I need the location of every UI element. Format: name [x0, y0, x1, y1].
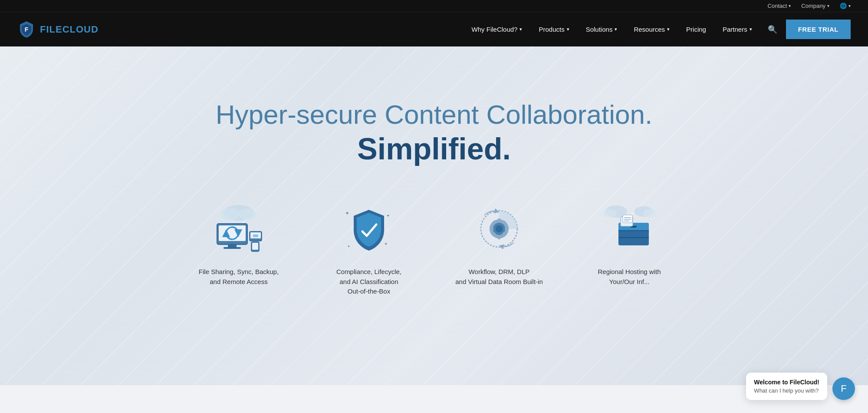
hero-section: Hyper-secure Content Collaboration. Simp… — [0, 46, 868, 385]
hero-title: Hyper-secure Content Collaboration. Simp… — [216, 99, 652, 167]
svg-rect-11 — [253, 235, 258, 237]
nav-partners[interactable]: Partners ▾ — [716, 21, 759, 37]
svg-rect-7 — [224, 247, 241, 249]
chat-widget: Welcome to FileCloud! What can I help yo… — [746, 373, 855, 385]
workflow-label: Workflow, DRM, DLPand Virtual Data Room … — [455, 267, 543, 287]
feature-hosting: Regional Hosting withYour/Our Inf... — [577, 202, 681, 287]
nav-solutions[interactable]: Solutions ▾ — [579, 21, 625, 37]
sync-icon — [206, 202, 271, 258]
hosting-label: Regional Hosting withYour/Our Inf... — [598, 267, 661, 287]
chat-avatar-button[interactable]: F — [832, 377, 855, 385]
language-menu[interactable]: 🌐 ▾ — [840, 3, 851, 9]
why-filecloud-chevron-icon: ▾ — [519, 26, 522, 32]
solutions-label: Solutions — [586, 26, 613, 33]
logo-text-file: FILE — [40, 24, 62, 35]
feature-compliance: ✦ ✦ ✦ ✦ Compliance, Lifecycle,and AI Cla… — [317, 202, 421, 297]
svg-rect-24 — [505, 228, 508, 230]
partners-label: Partners — [723, 26, 747, 33]
svg-rect-22 — [498, 218, 500, 222]
svg-text:✦: ✦ — [345, 210, 349, 216]
logo-text-cloud: CLOUD — [62, 24, 99, 35]
contact-label: Contact — [768, 3, 787, 9]
partners-chevron-icon: ▾ — [750, 26, 752, 32]
svg-point-33 — [643, 209, 656, 218]
svg-rect-13 — [252, 243, 258, 250]
svg-text:✦: ✦ — [347, 244, 350, 248]
feature-sync: File Sharing, Sync, Backup,and Remote Ac… — [187, 202, 291, 287]
solutions-chevron-icon: ▾ — [615, 26, 617, 32]
nav-resources[interactable]: Resources ▾ — [627, 21, 677, 37]
products-chevron-icon: ▾ — [567, 26, 569, 32]
svg-rect-25 — [490, 228, 493, 230]
main-navigation: F FILECLOUD Why FileCloud? ▾ Products ▾ … — [0, 12, 868, 46]
compliance-icon: ✦ ✦ ✦ ✦ — [336, 202, 401, 258]
sync-label: File Sharing, Sync, Backup,and Remote Ac… — [199, 267, 279, 287]
nav-pricing[interactable]: Pricing — [679, 21, 713, 37]
contact-menu[interactable]: Contact ▾ — [768, 3, 791, 9]
hero-title-line2: Simplified. — [216, 131, 652, 167]
globe-icon: 🌐 — [840, 3, 847, 9]
compliance-label: Compliance, Lifecycle,and AI Classificat… — [336, 267, 401, 297]
features-row: File Sharing, Sync, Backup,and Remote Ac… — [187, 202, 681, 297]
products-label: Products — [539, 26, 564, 33]
chat-bubble: Welcome to FileCloud! What can I help yo… — [746, 373, 827, 385]
svg-text:✦: ✦ — [386, 213, 390, 218]
search-icon: 🔍 — [768, 25, 777, 34]
why-filecloud-label: Why FileCloud? — [472, 26, 518, 33]
resources-label: Resources — [634, 26, 665, 33]
svg-point-31 — [603, 209, 617, 218]
feature-workflow: Workflow, DRM, DLPand Virtual Data Room … — [447, 202, 551, 287]
nav-products[interactable]: Products ▾ — [532, 21, 576, 37]
svg-text:✦: ✦ — [384, 241, 388, 246]
pricing-label: Pricing — [686, 26, 706, 33]
svg-point-21 — [496, 225, 503, 232]
logo-link[interactable]: F FILECLOUD — [17, 20, 99, 39]
search-button[interactable]: 🔍 — [762, 20, 783, 39]
free-trial-button[interactable]: FREE TRIAL — [786, 20, 851, 39]
svg-point-2 — [220, 208, 240, 220]
company-chevron-icon: ▾ — [827, 3, 829, 8]
chat-avatar-icon: F — [841, 383, 846, 385]
language-chevron-icon: ▾ — [848, 3, 851, 8]
svg-text:F: F — [25, 26, 29, 33]
logo-text: FILECLOUD — [40, 24, 99, 35]
top-utility-bar: Contact ▾ Company ▾ 🌐 ▾ — [0, 0, 868, 12]
svg-rect-40 — [623, 215, 632, 223]
workflow-icon — [467, 202, 532, 258]
contact-chevron-icon: ▾ — [789, 3, 791, 8]
filecloud-logo-icon: F — [17, 20, 36, 39]
nav-links: Why FileCloud? ▾ Products ▾ Solutions ▾ … — [465, 20, 851, 39]
resources-chevron-icon: ▾ — [667, 26, 670, 32]
chat-bubble-title: Welcome to FileCloud! — [754, 379, 819, 385]
svg-point-3 — [239, 208, 256, 220]
hosting-icon — [597, 202, 662, 258]
svg-rect-23 — [498, 236, 500, 239]
company-label: Company — [801, 3, 825, 9]
company-menu[interactable]: Company ▾ — [801, 3, 829, 9]
nav-why-filecloud[interactable]: Why FileCloud? ▾ — [465, 21, 529, 37]
hero-title-line1: Hyper-secure Content Collaboration. — [216, 99, 652, 129]
